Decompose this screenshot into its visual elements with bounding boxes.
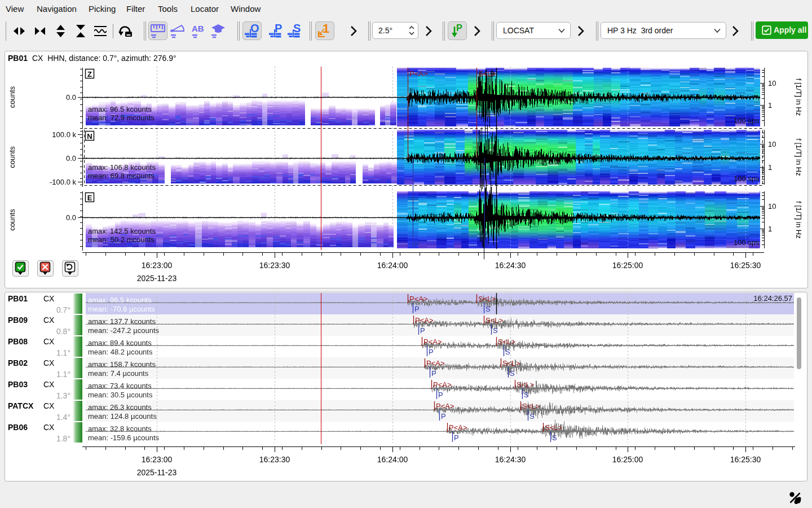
svg-text:AB: AB [192, 24, 204, 33]
svg-text:P: P [275, 23, 282, 34]
svg-text:P: P [456, 24, 462, 33]
svg-text:S: S [293, 23, 301, 34]
svg-text:O: O [250, 23, 259, 34]
